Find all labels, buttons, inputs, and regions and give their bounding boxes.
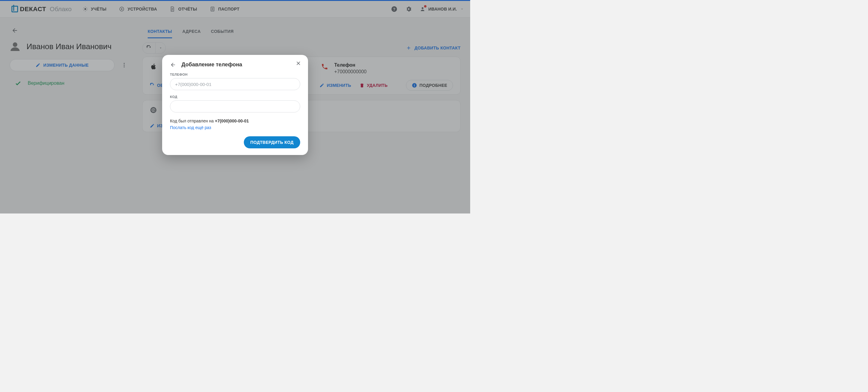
- code-sent-text: Код был отправлен на +7(000)000-00-01: [170, 119, 300, 123]
- close-icon[interactable]: [296, 60, 301, 66]
- code-input[interactable]: [170, 100, 300, 113]
- confirm-code-button[interactable]: ПОДТВЕРДИТЬ КОД: [244, 136, 300, 148]
- resend-code-link[interactable]: Послать код ещё раз: [170, 125, 211, 130]
- code-field-label: КОД: [170, 95, 300, 99]
- add-phone-dialog: Добавление телефона ТЕЛЕФОН КОД Код был …: [162, 55, 308, 155]
- phone-input[interactable]: [170, 78, 300, 90]
- dialog-back-button[interactable]: [170, 62, 176, 68]
- phone-field-label: ТЕЛЕФОН: [170, 73, 300, 76]
- dialog-title: Добавление телефона: [181, 62, 242, 68]
- modal-overlay[interactable]: Добавление телефона ТЕЛЕФОН КОД Код был …: [0, 0, 470, 213]
